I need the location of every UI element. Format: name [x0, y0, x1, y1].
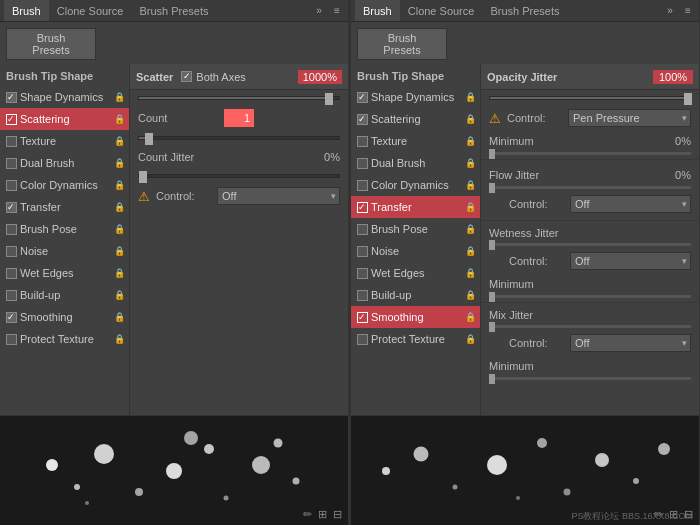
- noise-checkbox[interactable]: [4, 244, 18, 258]
- opacity-slider-track[interactable]: [489, 96, 691, 100]
- count-slider-container: [130, 130, 348, 146]
- preview-brush-icon[interactable]: ✏: [303, 508, 312, 521]
- color-dynamics-checkbox[interactable]: [4, 178, 18, 192]
- shape-dynamics-checkbox[interactable]: ✓: [4, 90, 18, 104]
- protect-texture-checkbox[interactable]: [4, 332, 18, 346]
- left-presets-area: Brush Presets: [0, 22, 348, 64]
- mix-control-label: Control:: [509, 337, 564, 349]
- r-dual-brush-checkbox[interactable]: [355, 156, 369, 170]
- left-item-dual-brush[interactable]: Dual Brush 🔒: [0, 152, 129, 174]
- left-item-scattering[interactable]: ✓ Scattering 🔒: [0, 108, 129, 130]
- wetness-minimum-slider[interactable]: [489, 295, 691, 298]
- right-item-smoothing[interactable]: ✓ Smoothing 🔒: [351, 306, 480, 328]
- opacity-minimum-slider[interactable]: [489, 152, 691, 155]
- scatter-control-label: Control:: [156, 190, 211, 202]
- right-item-noise[interactable]: Noise 🔒: [351, 240, 480, 262]
- scatter-percent[interactable]: 1000%: [298, 70, 342, 84]
- r-noise-checkbox[interactable]: [355, 244, 369, 258]
- left-item-shape-dynamics[interactable]: ✓ Shape Dynamics 🔒: [0, 86, 129, 108]
- buildup-checkbox[interactable]: [4, 288, 18, 302]
- right-item-scattering[interactable]: ✓ Scattering 🔒: [351, 108, 480, 130]
- count-jitter-slider-track[interactable]: [138, 174, 340, 178]
- mix-jitter-slider[interactable]: [489, 325, 691, 328]
- left-tab-clone-source[interactable]: Clone Source: [49, 0, 132, 21]
- wetness-control-select[interactable]: Off: [570, 252, 691, 270]
- smoothing-lock: 🔒: [113, 311, 125, 323]
- left-item-texture[interactable]: Texture 🔒: [0, 130, 129, 152]
- r-shape-dynamics-checkbox[interactable]: ✓: [355, 90, 369, 104]
- preview-eye-icon[interactable]: ⊞: [318, 508, 327, 521]
- right-item-color-dynamics[interactable]: Color Dynamics 🔒: [351, 174, 480, 196]
- left-item-transfer[interactable]: ✓ Transfer 🔒: [0, 196, 129, 218]
- right-item-texture[interactable]: Texture 🔒: [351, 130, 480, 152]
- preview-settings-icon[interactable]: ⊟: [333, 508, 342, 521]
- count-slider-track[interactable]: [138, 136, 340, 140]
- left-item-color-dynamics[interactable]: Color Dynamics 🔒: [0, 174, 129, 196]
- r-protect-texture-checkbox[interactable]: [355, 332, 369, 346]
- right-item-protect-texture[interactable]: Protect Texture 🔒: [351, 328, 480, 350]
- right-item-transfer[interactable]: ✓ Transfer 🔒: [351, 196, 480, 218]
- dual-brush-checkbox[interactable]: [4, 156, 18, 170]
- count-jitter-value: 0%: [324, 151, 340, 163]
- r-dual-brush-label: Dual Brush: [369, 157, 464, 169]
- left-item-smoothing[interactable]: ✓ Smoothing 🔒: [0, 306, 129, 328]
- r-transfer-checkbox[interactable]: ✓: [355, 200, 369, 214]
- count-jitter-label: Count Jitter: [138, 151, 218, 163]
- both-axes-checkbox[interactable]: ✓: [181, 71, 192, 82]
- right-item-shape-dynamics[interactable]: ✓ Shape Dynamics 🔒: [351, 86, 480, 108]
- brush-pose-checkbox[interactable]: [4, 222, 18, 236]
- r-brush-pose-checkbox[interactable]: [355, 222, 369, 236]
- right-expand-icon[interactable]: »: [663, 4, 677, 18]
- right-tab-brush-presets[interactable]: Brush Presets: [482, 0, 567, 21]
- texture-checkbox[interactable]: [4, 134, 18, 148]
- scatter-slider-track[interactable]: [138, 96, 340, 100]
- flow-jitter-slider[interactable]: [489, 186, 691, 189]
- scattering-checkbox[interactable]: ✓: [4, 112, 18, 126]
- wetness-minimum-row: Minimum: [481, 273, 699, 295]
- wet-edges-checkbox[interactable]: [4, 266, 18, 280]
- r-texture-checkbox[interactable]: [355, 134, 369, 148]
- left-item-wet-edges[interactable]: Wet Edges 🔒: [0, 262, 129, 284]
- right-item-wet-edges[interactable]: Wet Edges 🔒: [351, 262, 480, 284]
- left-tab-brush[interactable]: Brush: [4, 0, 49, 21]
- left-item-brush-pose[interactable]: Brush Pose 🔒: [0, 218, 129, 240]
- sep3: [481, 302, 699, 303]
- flow-control-select[interactable]: Off Pen Pressure: [570, 195, 691, 213]
- left-tab-brush-presets[interactable]: Brush Presets: [131, 0, 216, 21]
- transfer-label: Transfer: [18, 201, 113, 213]
- r-wet-edges-checkbox[interactable]: [355, 266, 369, 280]
- left-item-protect-texture[interactable]: Protect Texture 🔒: [0, 328, 129, 350]
- left-brush-presets-button[interactable]: Brush Presets: [6, 28, 96, 60]
- mix-minimum-slider[interactable]: [489, 377, 691, 380]
- left-preview-toolbar: ✏ ⊞ ⊟: [303, 508, 342, 521]
- left-item-noise[interactable]: Noise 🔒: [0, 240, 129, 262]
- right-brush-presets-button[interactable]: Brush Presets: [357, 28, 447, 60]
- right-item-buildup[interactable]: Build-up 🔒: [351, 284, 480, 306]
- smoothing-checkbox[interactable]: ✓: [4, 310, 18, 324]
- scatter-control-select[interactable]: Off Fade Pen Pressure Pen Tilt Stylus Wh…: [217, 187, 340, 205]
- right-item-dual-brush[interactable]: Dual Brush 🔒: [351, 152, 480, 174]
- r-smoothing-label: Smoothing: [369, 311, 464, 323]
- right-item-brush-pose[interactable]: Brush Pose 🔒: [351, 218, 480, 240]
- right-tab-clone-source[interactable]: Clone Source: [400, 0, 483, 21]
- r-color-dynamics-checkbox[interactable]: [355, 178, 369, 192]
- opacity-control-select[interactable]: Off Pen Pressure Pen Tilt: [568, 109, 691, 127]
- right-menu-icon[interactable]: ≡: [681, 4, 695, 18]
- r-buildup-checkbox[interactable]: [355, 288, 369, 302]
- transfer-checkbox[interactable]: ✓: [4, 200, 18, 214]
- left-item-buildup[interactable]: Build-up 🔒: [0, 284, 129, 306]
- opacity-minimum-label: Minimum: [489, 135, 569, 147]
- wetness-jitter-slider[interactable]: [489, 243, 691, 246]
- count-input[interactable]: [224, 109, 254, 127]
- menu-icon[interactable]: ≡: [330, 4, 344, 18]
- expand-icon[interactable]: »: [312, 4, 326, 18]
- r-scattering-checkbox[interactable]: ✓: [355, 112, 369, 126]
- r-buildup-lock: 🔒: [464, 289, 476, 301]
- opacity-percent[interactable]: 100%: [653, 70, 693, 84]
- right-transfer-content: Opacity Jitter 100% ⚠ Control:: [481, 64, 699, 415]
- r-dual-brush-lock: 🔒: [464, 157, 476, 169]
- right-tab-brush[interactable]: Brush: [355, 0, 400, 21]
- mix-control-select[interactable]: Off: [570, 334, 691, 352]
- r-smoothing-checkbox[interactable]: ✓: [355, 310, 369, 324]
- mix-jitter-label: Mix Jitter: [481, 307, 699, 325]
